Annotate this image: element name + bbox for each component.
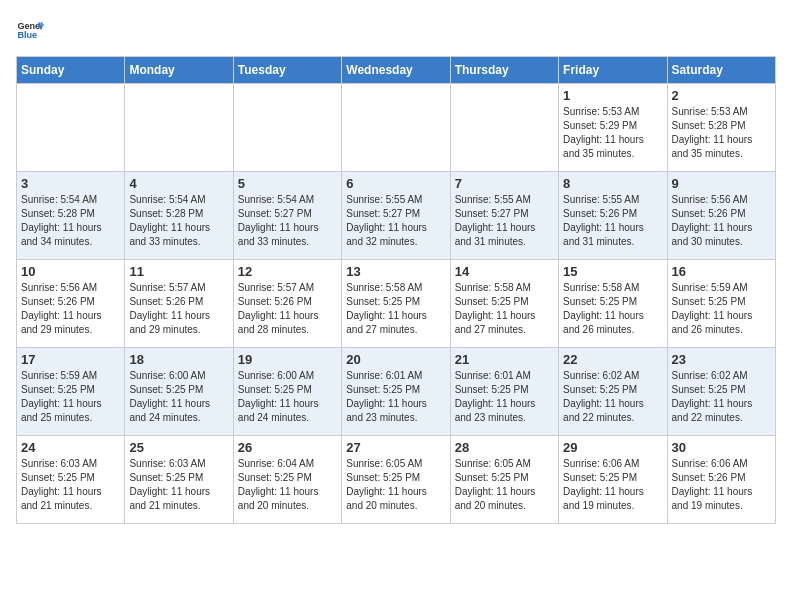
day-number: 6 xyxy=(346,176,445,191)
calendar-cell xyxy=(450,84,558,172)
day-number: 11 xyxy=(129,264,228,279)
day-number: 18 xyxy=(129,352,228,367)
day-number: 29 xyxy=(563,440,662,455)
page-header: General Blue xyxy=(16,16,776,44)
day-number: 16 xyxy=(672,264,771,279)
calendar-cell: 15Sunrise: 5:58 AM Sunset: 5:25 PM Dayli… xyxy=(559,260,667,348)
svg-text:Blue: Blue xyxy=(17,30,37,40)
day-number: 13 xyxy=(346,264,445,279)
day-info: Sunrise: 5:55 AM Sunset: 5:27 PM Dayligh… xyxy=(346,193,445,249)
day-number: 15 xyxy=(563,264,662,279)
calendar-cell: 20Sunrise: 6:01 AM Sunset: 5:25 PM Dayli… xyxy=(342,348,450,436)
day-number: 8 xyxy=(563,176,662,191)
day-number: 26 xyxy=(238,440,337,455)
calendar-cell xyxy=(233,84,341,172)
day-info: Sunrise: 5:59 AM Sunset: 5:25 PM Dayligh… xyxy=(21,369,120,425)
calendar-cell: 30Sunrise: 6:06 AM Sunset: 5:26 PM Dayli… xyxy=(667,436,775,524)
day-number: 9 xyxy=(672,176,771,191)
calendar-cell: 11Sunrise: 5:57 AM Sunset: 5:26 PM Dayli… xyxy=(125,260,233,348)
day-number: 22 xyxy=(563,352,662,367)
calendar-cell: 5Sunrise: 5:54 AM Sunset: 5:27 PM Daylig… xyxy=(233,172,341,260)
calendar-cell: 7Sunrise: 5:55 AM Sunset: 5:27 PM Daylig… xyxy=(450,172,558,260)
day-number: 14 xyxy=(455,264,554,279)
day-info: Sunrise: 6:04 AM Sunset: 5:25 PM Dayligh… xyxy=(238,457,337,513)
day-number: 3 xyxy=(21,176,120,191)
day-info: Sunrise: 5:54 AM Sunset: 5:28 PM Dayligh… xyxy=(129,193,228,249)
day-info: Sunrise: 5:59 AM Sunset: 5:25 PM Dayligh… xyxy=(672,281,771,337)
calendar-week-row: 3Sunrise: 5:54 AM Sunset: 5:28 PM Daylig… xyxy=(17,172,776,260)
day-info: Sunrise: 6:06 AM Sunset: 5:25 PM Dayligh… xyxy=(563,457,662,513)
day-info: Sunrise: 5:58 AM Sunset: 5:25 PM Dayligh… xyxy=(563,281,662,337)
calendar-cell: 21Sunrise: 6:01 AM Sunset: 5:25 PM Dayli… xyxy=(450,348,558,436)
day-number: 17 xyxy=(21,352,120,367)
calendar-cell: 17Sunrise: 5:59 AM Sunset: 5:25 PM Dayli… xyxy=(17,348,125,436)
calendar-week-row: 17Sunrise: 5:59 AM Sunset: 5:25 PM Dayli… xyxy=(17,348,776,436)
weekday-header: Sunday xyxy=(17,57,125,84)
calendar-cell: 4Sunrise: 5:54 AM Sunset: 5:28 PM Daylig… xyxy=(125,172,233,260)
day-number: 24 xyxy=(21,440,120,455)
day-info: Sunrise: 5:56 AM Sunset: 5:26 PM Dayligh… xyxy=(672,193,771,249)
calendar-header-row: SundayMondayTuesdayWednesdayThursdayFrid… xyxy=(17,57,776,84)
day-info: Sunrise: 5:58 AM Sunset: 5:25 PM Dayligh… xyxy=(455,281,554,337)
calendar-body: 1Sunrise: 5:53 AM Sunset: 5:29 PM Daylig… xyxy=(17,84,776,524)
calendar-cell xyxy=(17,84,125,172)
day-number: 25 xyxy=(129,440,228,455)
calendar-cell: 8Sunrise: 5:55 AM Sunset: 5:26 PM Daylig… xyxy=(559,172,667,260)
day-info: Sunrise: 5:54 AM Sunset: 5:27 PM Dayligh… xyxy=(238,193,337,249)
calendar-cell: 29Sunrise: 6:06 AM Sunset: 5:25 PM Dayli… xyxy=(559,436,667,524)
day-info: Sunrise: 5:56 AM Sunset: 5:26 PM Dayligh… xyxy=(21,281,120,337)
day-info: Sunrise: 6:03 AM Sunset: 5:25 PM Dayligh… xyxy=(21,457,120,513)
calendar-cell: 14Sunrise: 5:58 AM Sunset: 5:25 PM Dayli… xyxy=(450,260,558,348)
weekday-header: Friday xyxy=(559,57,667,84)
day-info: Sunrise: 6:02 AM Sunset: 5:25 PM Dayligh… xyxy=(563,369,662,425)
day-number: 2 xyxy=(672,88,771,103)
calendar-cell: 23Sunrise: 6:02 AM Sunset: 5:25 PM Dayli… xyxy=(667,348,775,436)
calendar-cell xyxy=(125,84,233,172)
day-number: 7 xyxy=(455,176,554,191)
calendar-week-row: 24Sunrise: 6:03 AM Sunset: 5:25 PM Dayli… xyxy=(17,436,776,524)
day-info: Sunrise: 6:02 AM Sunset: 5:25 PM Dayligh… xyxy=(672,369,771,425)
calendar-week-row: 10Sunrise: 5:56 AM Sunset: 5:26 PM Dayli… xyxy=(17,260,776,348)
calendar-cell xyxy=(342,84,450,172)
day-info: Sunrise: 5:58 AM Sunset: 5:25 PM Dayligh… xyxy=(346,281,445,337)
day-info: Sunrise: 5:53 AM Sunset: 5:28 PM Dayligh… xyxy=(672,105,771,161)
weekday-header: Wednesday xyxy=(342,57,450,84)
day-number: 1 xyxy=(563,88,662,103)
calendar-cell: 13Sunrise: 5:58 AM Sunset: 5:25 PM Dayli… xyxy=(342,260,450,348)
day-info: Sunrise: 6:03 AM Sunset: 5:25 PM Dayligh… xyxy=(129,457,228,513)
calendar-cell: 16Sunrise: 5:59 AM Sunset: 5:25 PM Dayli… xyxy=(667,260,775,348)
calendar-cell: 6Sunrise: 5:55 AM Sunset: 5:27 PM Daylig… xyxy=(342,172,450,260)
logo: General Blue xyxy=(16,16,44,44)
calendar-cell: 9Sunrise: 5:56 AM Sunset: 5:26 PM Daylig… xyxy=(667,172,775,260)
day-info: Sunrise: 6:01 AM Sunset: 5:25 PM Dayligh… xyxy=(455,369,554,425)
day-number: 10 xyxy=(21,264,120,279)
calendar-cell: 26Sunrise: 6:04 AM Sunset: 5:25 PM Dayli… xyxy=(233,436,341,524)
day-info: Sunrise: 6:05 AM Sunset: 5:25 PM Dayligh… xyxy=(455,457,554,513)
calendar-table: SundayMondayTuesdayWednesdayThursdayFrid… xyxy=(16,56,776,524)
day-info: Sunrise: 6:01 AM Sunset: 5:25 PM Dayligh… xyxy=(346,369,445,425)
day-info: Sunrise: 5:53 AM Sunset: 5:29 PM Dayligh… xyxy=(563,105,662,161)
weekday-header: Thursday xyxy=(450,57,558,84)
day-number: 19 xyxy=(238,352,337,367)
calendar-cell: 25Sunrise: 6:03 AM Sunset: 5:25 PM Dayli… xyxy=(125,436,233,524)
day-info: Sunrise: 5:57 AM Sunset: 5:26 PM Dayligh… xyxy=(238,281,337,337)
weekday-header: Saturday xyxy=(667,57,775,84)
calendar-cell: 18Sunrise: 6:00 AM Sunset: 5:25 PM Dayli… xyxy=(125,348,233,436)
calendar-week-row: 1Sunrise: 5:53 AM Sunset: 5:29 PM Daylig… xyxy=(17,84,776,172)
day-info: Sunrise: 5:55 AM Sunset: 5:26 PM Dayligh… xyxy=(563,193,662,249)
calendar-cell: 27Sunrise: 6:05 AM Sunset: 5:25 PM Dayli… xyxy=(342,436,450,524)
day-info: Sunrise: 6:05 AM Sunset: 5:25 PM Dayligh… xyxy=(346,457,445,513)
day-info: Sunrise: 6:00 AM Sunset: 5:25 PM Dayligh… xyxy=(129,369,228,425)
day-info: Sunrise: 6:00 AM Sunset: 5:25 PM Dayligh… xyxy=(238,369,337,425)
day-number: 5 xyxy=(238,176,337,191)
day-info: Sunrise: 5:57 AM Sunset: 5:26 PM Dayligh… xyxy=(129,281,228,337)
calendar-cell: 12Sunrise: 5:57 AM Sunset: 5:26 PM Dayli… xyxy=(233,260,341,348)
calendar-cell: 3Sunrise: 5:54 AM Sunset: 5:28 PM Daylig… xyxy=(17,172,125,260)
day-number: 12 xyxy=(238,264,337,279)
day-info: Sunrise: 5:55 AM Sunset: 5:27 PM Dayligh… xyxy=(455,193,554,249)
weekday-header: Monday xyxy=(125,57,233,84)
logo-icon: General Blue xyxy=(16,16,44,44)
day-number: 28 xyxy=(455,440,554,455)
day-info: Sunrise: 6:06 AM Sunset: 5:26 PM Dayligh… xyxy=(672,457,771,513)
calendar-cell: 10Sunrise: 5:56 AM Sunset: 5:26 PM Dayli… xyxy=(17,260,125,348)
